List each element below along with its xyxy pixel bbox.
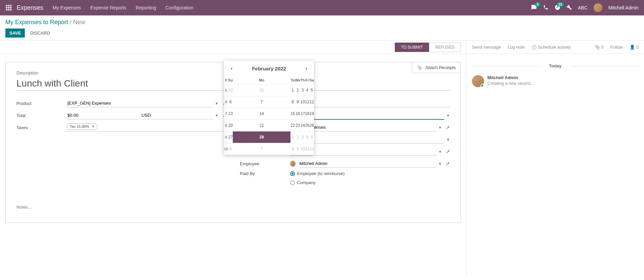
tax-tag[interactable]: Tax 15.00% ✕ — [67, 123, 98, 130]
datepicker-day[interactable]: 19 — [310, 108, 314, 120]
datepicker-day[interactable]: 20 — [228, 120, 233, 131]
datepicker-day[interactable]: 8 — [290, 96, 295, 108]
status-to-submit[interactable]: TO SUBMIT — [395, 43, 429, 52]
datepicker-day[interactable]: 8 — [290, 143, 295, 155]
datepicker-day[interactable]: 7 — [233, 96, 290, 108]
user-avatar[interactable] — [594, 3, 602, 12]
datepicker-day[interactable]: 10 — [301, 96, 305, 108]
datepicker-day[interactable]: 13 — [228, 108, 233, 120]
datepicker-day[interactable]: 3 — [301, 85, 305, 96]
datepicker-day[interactable]: 10 — [301, 143, 305, 155]
account-external-link-icon[interactable]: ↗ — [446, 125, 450, 130]
employee-label: Employee — [240, 161, 290, 166]
notes-input[interactable] — [16, 203, 450, 211]
nav-reporting[interactable]: Reporting — [136, 5, 156, 10]
datepicker-day[interactable]: 2 — [295, 131, 300, 143]
datepicker-day[interactable]: 5 — [310, 85, 314, 96]
employee-external-link-icon[interactable]: ↗ — [446, 161, 450, 166]
send-message-link[interactable]: Send message — [472, 45, 501, 50]
nav-configuration[interactable]: Configuration — [165, 5, 193, 10]
svg-rect-0 — [6, 5, 7, 6]
datepicker-day[interactable]: 2 — [295, 85, 300, 96]
company-external-link-icon[interactable]: ↗ — [446, 149, 450, 154]
log-note-link[interactable]: Log note — [508, 45, 525, 50]
employee-input[interactable] — [299, 160, 437, 168]
datepicker-day[interactable]: 4 — [305, 85, 309, 96]
nav-my-expenses[interactable]: My Expenses — [53, 5, 81, 10]
datepicker-day[interactable]: 26 — [310, 120, 314, 131]
company-selector[interactable]: ABC — [578, 5, 588, 10]
datepicker-day[interactable]: 15 — [290, 108, 295, 120]
datepicker-day[interactable]: 18 — [305, 108, 309, 120]
total-input[interactable] — [67, 111, 139, 119]
datepicker-day[interactable]: 3 — [301, 131, 305, 143]
datepicker-day[interactable]: 11 — [305, 96, 309, 108]
schedule-activity-link[interactable]: 🕐 Schedule activity — [531, 45, 571, 50]
status-bar: TO SUBMIT REFUSED — [0, 41, 466, 54]
datepicker-day[interactable]: 1 — [290, 131, 295, 143]
datepicker-day[interactable]: 12 — [310, 96, 314, 108]
datepicker-title[interactable]: February 2022 — [252, 66, 286, 71]
breadcrumb-parent[interactable]: My Expenses to Report — [5, 19, 68, 25]
employee-dropdown-icon[interactable]: ▼ — [438, 162, 442, 166]
paidby-employee-radio[interactable]: Employee (to reimburse) — [290, 171, 344, 176]
datepicker-day[interactable]: 12 — [310, 143, 314, 155]
employee-avatar — [290, 161, 296, 167]
datepicker-day[interactable]: 27 — [228, 131, 233, 143]
datepicker-next-icon[interactable]: › — [303, 64, 310, 73]
datepicker-day[interactable]: 11 — [305, 143, 309, 155]
datepicker-day[interactable]: 1 — [290, 85, 295, 96]
attach-receipts-button[interactable]: 📎 Attach Receipts — [412, 62, 461, 73]
save-button[interactable]: SAVE — [5, 29, 25, 38]
datepicker-day[interactable]: 5 — [310, 131, 314, 143]
tax-tag-remove-icon[interactable]: ✕ — [92, 124, 95, 128]
datepicker-day[interactable]: 25 — [305, 120, 309, 131]
apps-icon[interactable] — [5, 4, 12, 11]
product-input[interactable] — [67, 99, 213, 107]
datepicker-day[interactable]: 9 — [295, 143, 300, 155]
datepicker-day[interactable]: 28 — [233, 131, 290, 143]
activities-icon[interactable]: 23 — [554, 4, 560, 11]
follow-button[interactable]: Follow — [610, 45, 623, 50]
message-author[interactable]: Mitchell Admin — [487, 75, 534, 80]
datepicker-day[interactable]: 6 — [228, 96, 233, 108]
datepicker-day[interactable]: 14 — [233, 108, 290, 120]
messages-icon[interactable]: 5 — [531, 4, 537, 11]
datepicker-day[interactable]: 24 — [301, 120, 305, 131]
debug-icon[interactable] — [567, 5, 572, 11]
company-dropdown-icon[interactable]: ▼ — [438, 150, 442, 154]
datepicker-day[interactable]: 17 — [301, 108, 305, 120]
datepicker-day[interactable]: 23 — [295, 120, 300, 131]
nav-expense-reports[interactable]: Expense Reports — [90, 5, 126, 10]
currency-dropdown-icon[interactable]: ▼ — [215, 114, 218, 117]
account-dropdown-icon[interactable]: ▼ — [438, 126, 442, 129]
followers-count[interactable]: 👤 0 — [630, 45, 639, 50]
expense-date-dropdown-icon[interactable]: ▼ — [446, 114, 450, 117]
message-avatar — [472, 75, 484, 87]
app-brand[interactable]: Expenses — [17, 4, 43, 11]
status-refused[interactable]: REFUSED — [429, 43, 461, 52]
datepicker-day[interactable]: 22 — [290, 120, 295, 131]
datepicker-day[interactable]: 4 — [305, 131, 309, 143]
datepicker-day[interactable]: 9 — [295, 96, 300, 108]
product-dropdown-icon[interactable]: ▼ — [215, 102, 218, 105]
datepicker-day[interactable]: 21 — [233, 120, 290, 131]
product-label: Product — [16, 101, 67, 106]
attach-receipts-label: Attach Receipts — [425, 65, 456, 70]
svg-rect-8 — [10, 9, 11, 10]
datepicker-day[interactable]: 16 — [295, 108, 300, 120]
datepicker-day[interactable]: 30 — [228, 85, 233, 96]
analytic-dropdown-icon[interactable]: ▼ — [446, 138, 450, 142]
paidby-company-radio[interactable]: Company — [290, 180, 316, 185]
radio-checked-icon — [290, 171, 295, 176]
username[interactable]: Mitchell Admin — [608, 5, 639, 10]
bill-reference-input[interactable] — [290, 99, 450, 107]
datepicker-prev-icon[interactable]: ‹ — [228, 64, 235, 73]
datepicker-day[interactable]: 7 — [233, 143, 290, 155]
datepicker-day[interactable]: 6 — [228, 143, 233, 155]
attachments-count[interactable]: 📎 0 — [595, 45, 604, 50]
phone-icon[interactable] — [543, 5, 548, 11]
currency-input[interactable] — [141, 111, 213, 119]
discard-button[interactable]: DISCARD — [26, 29, 54, 38]
datepicker-day[interactable]: 31 — [233, 85, 290, 96]
